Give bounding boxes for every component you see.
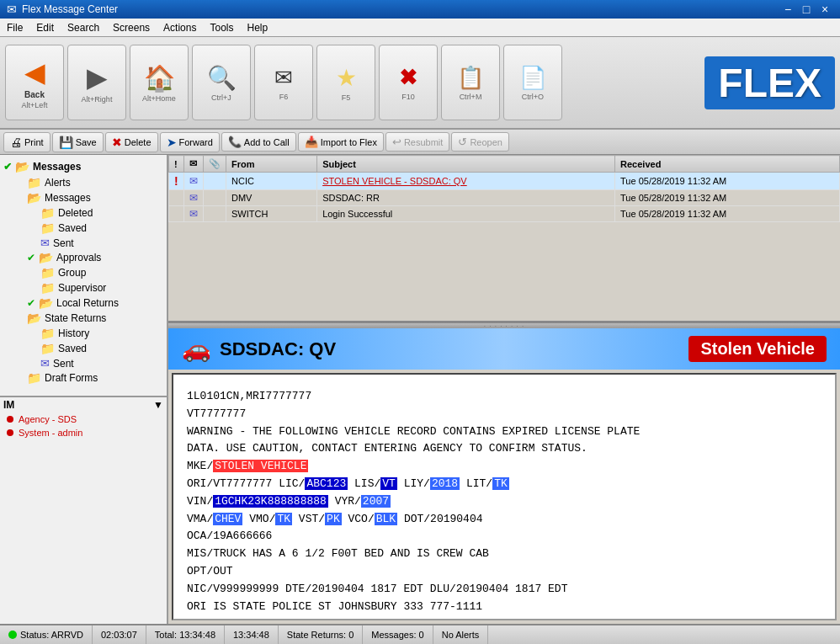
search-button[interactable]: 🔍 Ctrl+J: [192, 45, 251, 120]
envelope-icon: ✉: [189, 192, 198, 204]
stolen-vehicle-highlight: STOLEN VEHICLE: [213, 460, 308, 472]
table-row[interactable]: ✉DMVSDSDAC: RRTue 05/28/2019 11:32 AM: [169, 190, 840, 206]
cell-subject[interactable]: SDSDAC: RR: [317, 190, 615, 206]
menu-file[interactable]: File: [0, 20, 29, 35]
col-header-clip[interactable]: 📎: [204, 156, 226, 173]
f5-button[interactable]: ★ F5: [316, 45, 375, 120]
sidebar-item-sent2[interactable]: ✉ Sent: [0, 356, 167, 370]
im-item-system[interactable]: System - admin: [0, 426, 167, 439]
sidebar-draftforms-label: Draft Forms: [45, 372, 98, 384]
menu-tools[interactable]: Tools: [203, 20, 240, 35]
sidebar-history-label: History: [58, 327, 89, 339]
cell-clip: [204, 206, 226, 222]
history-folder-icon: 📁: [40, 327, 55, 340]
cell-subject[interactable]: STOLEN VEHICLE - SDSDAC: QV: [317, 173, 615, 190]
col-header-received[interactable]: Received: [615, 156, 840, 173]
sidebar-alerts-label: Alerts: [45, 177, 71, 189]
import-label: Import to Flex: [321, 137, 377, 147]
subject-link[interactable]: STOLEN VEHICLE - SDSDAC: QV: [322, 176, 467, 186]
message-table: ! ✉ 📎 From Subject Received !✉NCICSTOLEN…: [168, 155, 840, 222]
im-item-agency[interactable]: Agency - SDS: [0, 412, 167, 426]
sidebar-item-saved[interactable]: 📁 Saved: [0, 221, 167, 236]
supervisor-folder-icon: 📁: [40, 281, 55, 295]
menu-actions[interactable]: Actions: [157, 20, 203, 35]
deleted-folder-icon: 📁: [40, 206, 55, 220]
import-to-flex-button[interactable]: 📥 Import to Flex: [298, 132, 384, 152]
alert-icon: !: [174, 174, 178, 188]
ctrlo-button[interactable]: 📄 Ctrl+O: [503, 45, 562, 120]
menu-search[interactable]: Search: [61, 20, 106, 35]
menu-edit[interactable]: Edit: [29, 20, 61, 35]
forward-msg-button[interactable]: ➤ Forward: [160, 132, 220, 152]
sidebar-item-approvals[interactable]: ✔ 📂 Approvals: [0, 250, 167, 265]
sidebar-item-alerts[interactable]: 📁 Alerts: [0, 175, 167, 190]
save-button[interactable]: 💾 Save: [52, 132, 104, 152]
status-state-returns: State Returns: 0: [279, 625, 364, 644]
delete-button[interactable]: ✖ Delete: [105, 132, 158, 152]
status-time2: Total: 13:34:48: [146, 625, 225, 644]
body-line-vma: VMA/CHEV VMO/TK VST/PK VCO/BLK DOT/20190…: [187, 511, 821, 529]
sidebar-item-supervisor[interactable]: 📁 Supervisor: [0, 280, 167, 295]
forward-button[interactable]: ▶ Alt+Right: [67, 45, 126, 120]
body-line: 1L0101CN,MRI7777777: [187, 388, 821, 406]
col-header-subject[interactable]: Subject: [317, 156, 615, 173]
close-button[interactable]: ×: [816, 1, 833, 18]
table-row[interactable]: ✉SWITCHLogin SuccessfulTue 05/28/2019 11…: [169, 206, 840, 222]
body-line: DATA. USE CAUTION, CONTACT ENTERING AGEN…: [187, 440, 821, 458]
f10-button[interactable]: ✖ F10: [379, 45, 438, 120]
f6-button[interactable]: ✉ F6: [254, 45, 313, 120]
f10-shortcut: F10: [401, 93, 415, 101]
f6-shortcut: F6: [279, 93, 289, 101]
vmo-highlight: TK: [275, 513, 292, 525]
body-line: VT7777777: [187, 406, 821, 423]
messages-folder-icon: 📂: [15, 160, 29, 173]
sidebar-item-messages[interactable]: 📂 Messages: [0, 190, 167, 205]
subject-text: SDSDAC: RR: [322, 193, 380, 203]
sidebar-item-statereturns[interactable]: 📂 State Returns: [0, 311, 167, 326]
delete-icon: ✖: [112, 136, 122, 149]
reopen-button[interactable]: ↺ Reopen: [451, 132, 509, 152]
status-indicator: Status: ARRVD: [0, 625, 93, 644]
resubmit-button[interactable]: ↩ Resubmit: [385, 132, 449, 152]
saved2-folder-icon: 📁: [40, 342, 55, 355]
approvals-folder-icon: 📂: [39, 251, 53, 264]
ctrlm-button[interactable]: 📋 Ctrl+M: [441, 45, 500, 120]
minimize-button[interactable]: −: [779, 1, 796, 18]
cell-subject[interactable]: Login Successful: [317, 206, 615, 222]
detail-body[interactable]: 1L0101CN,MRI7777777VT7777777WARNING - TH…: [172, 373, 837, 620]
sidebar-item-deleted[interactable]: 📁 Deleted: [0, 205, 167, 221]
ctrlo-shortcut: Ctrl+O: [522, 93, 544, 101]
table-row[interactable]: !✉NCICSTOLEN VEHICLE - SDSDAC: QVTue 05/…: [169, 173, 840, 190]
action-bar: 🖨 Print 💾 Save ✖ Delete ➤ Forward 📞 Add …: [0, 130, 840, 155]
lis-highlight: VT: [380, 477, 397, 490]
menu-screens[interactable]: Screens: [106, 20, 157, 35]
sidebar-item-sent[interactable]: ✉ Sent: [0, 236, 167, 250]
vyr-highlight: 2007: [361, 495, 391, 508]
sidebar-sent2-label: Sent: [53, 358, 74, 370]
back-icon: ◀: [24, 56, 45, 88]
sidebar-item-draftforms[interactable]: 📁 Draft Forms: [0, 370, 167, 386]
print-button[interactable]: 🖨 Print: [3, 132, 51, 152]
body-line: OPT/OUT: [187, 563, 821, 581]
sidebar-item-localreturns[interactable]: ✔ 📂 Local Returns: [0, 295, 167, 311]
add-to-call-button[interactable]: 📞 Add to Call: [221, 132, 296, 152]
maximize-button[interactable]: □: [798, 1, 815, 18]
sidebar-root-messages[interactable]: ✔ 📂 Messages: [0, 158, 167, 175]
im-dropdown-icon[interactable]: ▼: [153, 399, 163, 411]
col-header-alert[interactable]: !: [169, 156, 184, 173]
sidebar-item-history[interactable]: 📁 History: [0, 326, 167, 341]
body-line-ori: ORI/VT7777777 LIC/ABC123 LIS/VT LIY/2018…: [187, 476, 821, 493]
home-button[interactable]: 🏠 Alt+Home: [130, 45, 189, 120]
col-header-envelope[interactable]: ✉: [184, 156, 204, 173]
back-shortcut: Alt+Left: [22, 101, 48, 109]
col-header-from[interactable]: From: [226, 156, 317, 173]
vco-highlight: BLK: [375, 513, 397, 525]
sidebar-item-group[interactable]: 📁 Group: [0, 265, 167, 280]
clipboard-icon: 📋: [457, 65, 484, 91]
back-button[interactable]: ◀ Back Alt+Left: [5, 45, 64, 120]
detail-title-text: SDSDAC: QV: [220, 338, 336, 360]
menu-help[interactable]: Help: [240, 20, 274, 35]
sidebar-item-saved2[interactable]: 📁 Saved: [0, 341, 167, 356]
cell-clip: [204, 173, 226, 190]
check-icon: ✔: [3, 161, 12, 173]
